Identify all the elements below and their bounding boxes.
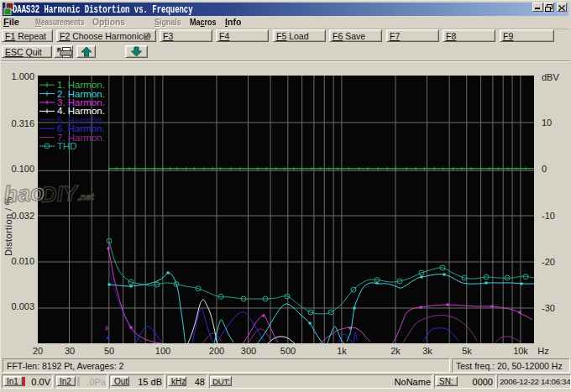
svg-text:THD: THD [57, 141, 77, 151]
svg-text:P: P [57, 47, 61, 53]
